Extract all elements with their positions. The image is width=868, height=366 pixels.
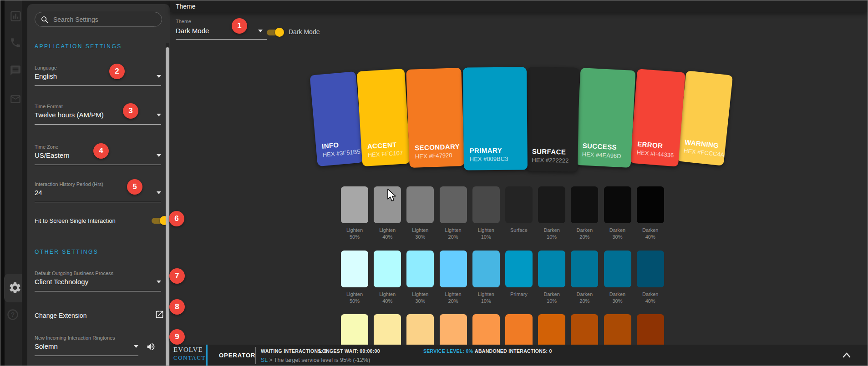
service-level-message: SL > The target service level is 95% (-1…: [261, 357, 370, 363]
field-time-format[interactable]: Time Format Twelve hours (AM/PM): [35, 104, 161, 125]
swatch-cell: Darken10%: [538, 251, 565, 305]
chevron-down-icon[interactable]: [157, 154, 161, 157]
annotation-badge-5: 5: [127, 179, 142, 195]
color-swatch[interactable]: [374, 251, 401, 287]
swatch-cell: Lighten40%: [374, 186, 401, 241]
color-swatch[interactable]: [472, 186, 500, 223]
swatch-cell: Darken10%: [538, 186, 565, 241]
color-swatch[interactable]: [505, 251, 533, 287]
chevron-down-icon[interactable]: [157, 114, 161, 116]
palette-card-hex: HEX #3F51B5: [322, 148, 360, 158]
settings-panel: APPLICATION SETTINGS Language English Ti…: [27, 4, 170, 366]
swatch-cell: Lighten20%: [440, 251, 467, 305]
section-other-settings: OTHER SETTINGS: [35, 249, 98, 255]
swatch-label: Surface: [505, 227, 533, 234]
color-swatch[interactable]: [440, 251, 467, 287]
sl-text: > The target service level is 95% (-12%): [269, 357, 370, 363]
swatch-label: Lighten10%: [472, 291, 500, 305]
settings-icon: [8, 281, 22, 296]
annotation-badge-9: 9: [169, 329, 185, 345]
field-language[interactable]: Language English: [35, 65, 161, 86]
chevron-down-icon[interactable]: [258, 30, 263, 32]
swatch-cell: Lighten50%: [341, 186, 368, 241]
search-settings-box[interactable]: [35, 12, 162, 27]
swatch-cell: Lighten20%: [440, 186, 467, 241]
panel-scrollbar-thumb[interactable]: [166, 47, 169, 366]
field-value: English: [35, 72, 57, 80]
palette-card-hex: HEX #009BC3: [470, 155, 508, 163]
field-value: US/Eastern: [35, 151, 70, 159]
open-in-new-icon[interactable]: [155, 310, 164, 321]
color-swatch[interactable]: [538, 251, 565, 287]
color-swatch[interactable]: [374, 186, 401, 223]
search-input[interactable]: [52, 15, 154, 24]
color-swatch[interactable]: [571, 251, 598, 287]
dark-mode-toggle[interactable]: [267, 30, 283, 35]
logo-line-1: EVOLVE: [173, 346, 206, 353]
help-icon[interactable]: ?: [6, 308, 19, 323]
palette-card-name: ERROR: [637, 140, 675, 150]
color-swatch[interactable]: [406, 251, 434, 287]
field-value: Client Technology: [35, 278, 88, 286]
metric-service-level: SERVICE LEVEL: 0%: [423, 348, 473, 354]
palette-card-info: INFOHEX #3F51B5: [310, 71, 363, 166]
swatch-cell: Lighten50%: [341, 251, 368, 305]
field-label: Time Format: [35, 104, 161, 109]
color-swatch[interactable]: [538, 186, 565, 223]
speaker-icon[interactable]: [146, 342, 156, 353]
color-swatch[interactable]: [637, 251, 664, 287]
annotation-badge-6: 6: [169, 211, 184, 226]
color-swatch[interactable]: [440, 186, 467, 223]
color-swatch[interactable]: [341, 186, 368, 223]
swatch-label: Lighten20%: [440, 291, 467, 305]
field-value: Twelve hours (AM/PM): [35, 111, 104, 119]
main-top-bar: Theme: [170, 0, 868, 12]
swatch-cell: Darken40%: [637, 251, 664, 305]
chevron-down-icon[interactable]: [157, 281, 161, 283]
logo-line-2: CONTACT: [173, 355, 206, 361]
field-label: Language: [35, 65, 161, 70]
chat-icon[interactable]: [10, 65, 21, 78]
color-swatch[interactable]: [341, 251, 368, 287]
settings-panel-column: APPLICATION SETTINGS Language English Ti…: [22, 0, 170, 366]
swatch-label: Lighten20%: [440, 227, 467, 241]
phone-icon[interactable]: [10, 37, 21, 50]
chevron-down-icon[interactable]: [157, 191, 161, 194]
reports-icon[interactable]: [10, 10, 22, 24]
swatch-label: Lighten40%: [374, 227, 401, 241]
swatch-label: Darken10%: [538, 291, 565, 305]
evolve-contact-logo: EVOLVE CONTACT: [173, 346, 206, 361]
chevron-down-icon[interactable]: [157, 75, 161, 78]
palette-card-secondary: SECONDARYHEX #F47920: [406, 68, 464, 168]
color-swatch[interactable]: [637, 186, 664, 223]
mail-icon[interactable]: [10, 93, 21, 107]
annotation-badge-4: 4: [93, 143, 109, 159]
logo-divider: [206, 345, 208, 366]
field-ringtones[interactable]: New Incoming Interaction Ringtones Solem…: [35, 335, 138, 356]
palette-card-name: SUCCESS: [582, 141, 622, 151]
color-swatch[interactable]: [604, 251, 631, 287]
color-swatch[interactable]: [472, 251, 500, 287]
swatch-label: Lighten50%: [341, 227, 368, 241]
swatch-label: Darken30%: [604, 227, 631, 241]
field-label: New Incoming Interaction Ringtones: [35, 335, 138, 341]
chevron-down-icon[interactable]: [134, 345, 138, 348]
metric-longest-wait: LONGEST WAIT: 00:00:00: [319, 348, 380, 354]
color-swatch[interactable]: [571, 186, 598, 223]
chevron-up-icon[interactable]: [842, 351, 852, 361]
swatch-label: Darken20%: [571, 291, 598, 305]
color-swatch[interactable]: [406, 186, 434, 223]
color-swatch[interactable]: [505, 186, 533, 223]
status-divider: [255, 347, 256, 364]
palette-card-name: PRIMARY: [470, 146, 508, 155]
palette-card-warning: WARNINGHEX #FCCC4A: [677, 70, 733, 166]
change-extension-row: Change Extension: [35, 310, 164, 321]
field-default-outgoing-business-process[interactable]: Default Outgoing Business Process Client…: [35, 271, 161, 291]
palette-card-name: ACCENT: [367, 140, 402, 150]
field-value: Solemn: [35, 342, 58, 350]
color-swatch[interactable]: [604, 186, 631, 223]
swatch-cell: Primary: [505, 251, 533, 305]
palette-card-hex: HEX #222222: [532, 156, 569, 164]
palette-card-name: SECONDARY: [415, 142, 460, 151]
theme-dropdown[interactable]: Dark Mode: [176, 27, 267, 40]
